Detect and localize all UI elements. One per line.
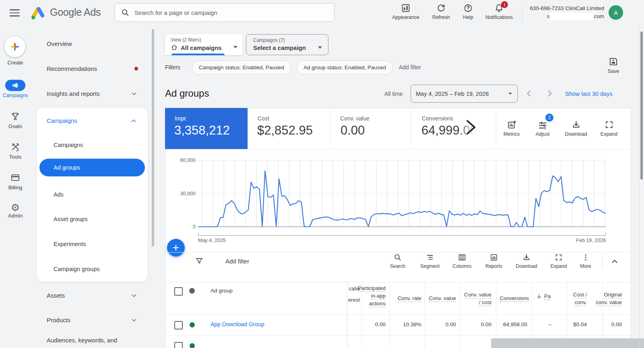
help-button[interactable]: Help [456, 3, 480, 20]
scorecard-impr-value: 3,358,212 [174, 123, 230, 138]
toolbar-expand-button[interactable]: Expand [544, 253, 573, 269]
nav-item-audiences[interactable]: Audiences, keywords, and [47, 337, 117, 344]
col-header-conv-rate[interactable]: Conv. rate [390, 294, 421, 302]
adjust-button[interactable]: Adjust [528, 120, 557, 137]
global-search[interactable] [115, 3, 334, 22]
col-header-conv-value-cost[interactable]: Conv. value / cost [460, 291, 491, 306]
nav-item-ad-groups-active[interactable]: Ad groups [39, 159, 145, 176]
x-label-end: Feb 19, 2026 [525, 238, 606, 243]
col-header-conv-value[interactable]: Conv. value [425, 294, 456, 302]
row2-checkbox[interactable] [174, 342, 183, 348]
rail-item-admin[interactable]: ⚙ Admin [2, 202, 28, 219]
campaign-selector-label: Campaigns (7) [253, 37, 285, 43]
scorecard-impressions[interactable]: Impr. 3,358,212 [165, 108, 248, 149]
nav-item-overview[interactable]: Overview [47, 40, 72, 47]
nav-item-products[interactable]: Products [47, 317, 70, 323]
refresh-button[interactable]: Refresh [427, 3, 455, 20]
toolbar-segment-button[interactable]: Segment [415, 253, 445, 269]
hamburger-menu-icon[interactable] [10, 9, 20, 17]
row1-conversions: 64,956.00 [496, 321, 527, 327]
panel-expand-button[interactable]: Expand [595, 120, 623, 137]
filter-chip-ad-group-status[interactable]: Ad group status: Enabled, Paused [297, 60, 393, 75]
nav-item-campaign-groups[interactable]: Campaign groups [54, 266, 99, 272]
nav-scrollbar[interactable] [152, 29, 154, 246]
search-input[interactable] [134, 3, 334, 22]
panel-download-button[interactable]: Download [559, 120, 592, 137]
filter-chip-campaign-status[interactable]: Campaign status: Enabled, Paused [192, 60, 291, 75]
add-filter-link[interactable]: Add filter [399, 64, 421, 70]
toolbar-search-button[interactable]: Search [384, 253, 412, 269]
page-title: Ad groups [165, 88, 209, 99]
show-last-30-days-link[interactable]: Show last 30 days [565, 91, 613, 97]
date-range-picker[interactable]: May 4, 2025 – Feb 19, 2026 [411, 85, 518, 103]
scorecards-next-arrow[interactable] [464, 118, 477, 139]
scorecard-impr-label: Impr. [175, 115, 187, 122]
row1-pa: – [531, 321, 551, 327]
y-tick-60000: 60,000 [165, 157, 196, 163]
search-icon [121, 8, 130, 17]
toolbar-reports-button[interactable]: Reports [480, 253, 508, 269]
nav-item-assets[interactable]: Assets [47, 292, 65, 299]
rail-item-tools[interactable]: Tools [2, 142, 28, 160]
col-header-original-conv-value[interactable]: Original conv. value [590, 291, 622, 306]
campaign-selector[interactable]: Campaigns (7) Select a campaign [246, 34, 328, 55]
google-ads-logo-icon[interactable] [30, 4, 47, 21]
date-next-button[interactable] [544, 88, 555, 100]
notifications-button[interactable]: Notifications [481, 3, 517, 20]
nav-item-insights[interactable]: Insights and reports [47, 90, 100, 97]
topbar: Google Ads Appearance Refresh [0, 0, 644, 26]
rail-item-goals[interactable]: Goals [2, 111, 28, 129]
toolbar-download-button[interactable]: Download [510, 253, 543, 269]
col-header-cost-conv[interactable]: Cost / conv. [563, 291, 587, 306]
row1-participated: 0.00 [353, 321, 386, 327]
row1-ad-group-link[interactable]: App Download Group [211, 321, 264, 327]
date-prev-button[interactable] [524, 88, 535, 100]
row1-checkbox[interactable] [174, 321, 183, 329]
rail-item-billing[interactable]: Billing [2, 172, 28, 191]
account-info[interactable]: 630-698-7233 CliniCall Limited s com [525, 5, 604, 20]
appearance-button[interactable]: Appearance [390, 3, 422, 20]
table-horizontal-scrollbar[interactable] [491, 338, 644, 348]
scorecard-conv-value-label: Conv. value [340, 115, 369, 122]
row1-status-enabled-dot [190, 322, 195, 327]
select-all-checkbox[interactable] [174, 287, 183, 296]
toolbar-columns-button[interactable]: Columns [447, 253, 477, 269]
nav-item-ads[interactable]: Ads [54, 191, 64, 198]
col-header-conversions[interactable]: Conversions [496, 294, 529, 302]
create-button[interactable]: Create [4, 36, 26, 66]
save-button[interactable]: Save [603, 56, 624, 74]
table-filter-funnel-icon[interactable] [195, 257, 204, 267]
collapse-table-chevron[interactable] [610, 257, 619, 267]
scorecard-conv-value[interactable]: Conv. value 0.00 [330, 108, 411, 149]
nav-item-experiments[interactable]: Experiments [54, 241, 86, 247]
metrics-button[interactable]: Metrics [496, 120, 527, 137]
rail-item-campaigns[interactable]: Campaigns [2, 80, 28, 98]
status-filter-dot[interactable] [189, 288, 195, 294]
col-header-ad-group[interactable]: Ad group [211, 288, 233, 294]
scorecard-cost[interactable]: Cost $2,852.95 [248, 108, 330, 149]
left-rail: Create Campaigns Goals [0, 26, 31, 348]
sort-descending-icon [536, 293, 542, 299]
nav-item-asset-groups[interactable]: Asset groups [54, 216, 88, 222]
date-range-value: May 4, 2025 – Feb 19, 2026 [416, 91, 489, 97]
col-header-participated[interactable]: Participated in-app actions [353, 284, 386, 307]
add-fab-button[interactable] [167, 239, 185, 257]
metrics-icon [507, 120, 517, 130]
nav-item-recommendations[interactable]: Recommendations [47, 65, 97, 72]
col-header-pa-sorted[interactable]: Pa [536, 293, 551, 299]
appearance-icon [401, 3, 411, 13]
table-add-filter[interactable]: Add filter [225, 258, 249, 265]
page-scrollbar-thumb[interactable] [640, 31, 643, 180]
scorecard-conversions[interactable]: Conversions 64,999.00 [411, 108, 496, 149]
megaphone-icon [11, 81, 19, 89]
campaigns-nav-card: Campaigns Campaigns Ad groups Ads Asset … [37, 108, 148, 282]
nav-item-sub-campaigns[interactable]: Campaigns [54, 142, 83, 148]
nav-section-campaigns[interactable]: Campaigns [47, 117, 77, 124]
campaign-selector-value: Select a campaign [253, 44, 306, 51]
toolbar-more-button[interactable]: More [575, 253, 597, 269]
x-axis-bracket [198, 232, 606, 236]
impressions-line-chart[interactable] [198, 160, 606, 229]
view-selector-value: All campaigns [181, 44, 222, 51]
avatar[interactable]: A [609, 5, 623, 20]
view-selector[interactable]: View (2 filters) All campaigns [165, 34, 243, 55]
